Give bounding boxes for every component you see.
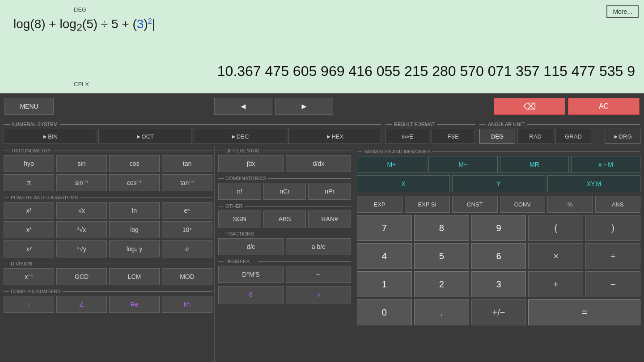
ln-button[interactable]: ln (109, 202, 160, 219)
9-button[interactable]: 9 (471, 215, 526, 241)
grad-button[interactable]: GRAD (555, 129, 591, 144)
sin-button[interactable]: sin (56, 155, 107, 172)
theta-button[interactable]: θ (218, 286, 284, 303)
tan-inv-button[interactable]: tan⁻¹ (162, 174, 212, 191)
x2-button[interactable]: x² (4, 202, 54, 219)
abdc-button[interactable]: a b/c (286, 238, 351, 255)
nfact-button[interactable]: n! (218, 183, 261, 200)
right-arrow-button[interactable]: ► (275, 98, 333, 115)
expression-display: log(8) + log2(5) ÷ 5 + (3)2| (13, 17, 155, 34)
cnst-button[interactable]: CNST (452, 196, 498, 213)
e-button[interactable]: e (162, 240, 212, 257)
7-button[interactable]: 7 (357, 215, 412, 241)
xe-button[interactable]: x⇔E (386, 129, 429, 144)
xy-button[interactable]: xʸ (4, 240, 54, 257)
result-display: 10.367 475 605 969 416 055 215 280 570 0… (217, 63, 635, 80)
npr-button[interactable]: nPr (308, 183, 351, 200)
xrty-button[interactable]: ˣ√y (56, 240, 107, 257)
exp-button[interactable]: EXP (357, 196, 402, 213)
bin-button[interactable]: ►BIN (4, 129, 96, 144)
abs-button[interactable]: ABS (263, 210, 306, 227)
div-button[interactable]: ÷ (585, 243, 640, 269)
right-panel: VARIABLES AND MEMORIES M+ M− MR x→M X Y … (353, 146, 644, 362)
fse-button[interactable]: FSE (432, 129, 475, 144)
pm-button[interactable]: +/− (471, 299, 526, 325)
dc-button[interactable]: d/c (218, 238, 284, 255)
x-button[interactable]: X (357, 175, 450, 192)
trigonometry-section: TRIGONOMETRY hyp sin cos tan π sin⁻¹ cos… (4, 148, 212, 191)
mr-button[interactable]: MR (500, 156, 569, 173)
tan-button[interactable]: tan (162, 155, 212, 172)
4-button[interactable]: 4 (357, 243, 412, 269)
division-header: DIVISION (4, 261, 212, 266)
drg-button[interactable]: ►DRG (605, 129, 640, 144)
main-area: TRIGONOMETRY hyp sin cos tan π sin⁻¹ cos… (0, 146, 644, 362)
numeral-system-header: NUMERAL SYSTEM (4, 122, 381, 127)
mul-button[interactable]: × (528, 243, 583, 269)
im-button[interactable]: Im (162, 296, 212, 313)
i-button[interactable]: i (4, 296, 54, 313)
dot-button[interactable]: . (414, 299, 469, 325)
ran-button[interactable]: RAN# (308, 210, 351, 227)
ac-button[interactable]: AC (568, 98, 640, 115)
dec-button[interactable]: ►DEC (194, 129, 286, 144)
xm-button[interactable]: x→M (571, 156, 640, 173)
re-button[interactable]: Re (109, 296, 160, 313)
combinatorics-section: COMBINATORICS n! nCr nPr (218, 176, 351, 200)
expsi-button[interactable]: EXP SI (405, 196, 450, 213)
lcm-button[interactable]: LCM (109, 268, 160, 285)
result-format-header: RESULT FORMAT (386, 122, 475, 127)
lparen-button[interactable]: ( (528, 215, 583, 241)
integral-button[interactable]: ∫dx (218, 155, 284, 172)
angle-button[interactable]: ∠ (56, 296, 107, 313)
eq-button[interactable]: = (528, 299, 640, 325)
gcd-button[interactable]: GCD (56, 268, 107, 285)
xym-button[interactable]: XY,M (547, 175, 640, 192)
hex-button[interactable]: ►HEX (288, 129, 381, 144)
back-button[interactable]: ← (286, 266, 351, 283)
sgn-button[interactable]: SGN (218, 210, 261, 227)
pi-button[interactable]: π (4, 174, 54, 191)
1-button[interactable]: 1 (357, 271, 412, 297)
sqrt-button[interactable]: √x (56, 202, 107, 219)
menu-button[interactable]: MENU (4, 98, 54, 115)
backspace-button[interactable]: ⌫ (494, 98, 565, 115)
rad-button[interactable]: RAD (517, 129, 553, 144)
combinatorics-header: COMBINATORICS (218, 176, 351, 181)
x3-button[interactable]: x³ (4, 221, 54, 238)
deg-button[interactable]: DEG (479, 129, 515, 144)
ncr-button[interactable]: nCr (263, 183, 306, 200)
sin-inv-button[interactable]: sin⁻¹ (56, 174, 107, 191)
mminus-button[interactable]: M− (428, 156, 498, 173)
hyp-button[interactable]: hyp (4, 155, 54, 172)
y-button[interactable]: Y (452, 175, 545, 192)
more-button[interactable]: More... (606, 5, 639, 18)
2-button[interactable]: 2 (414, 271, 469, 297)
conv-button[interactable]: CONV (500, 196, 546, 213)
left-arrow-button[interactable]: ◄ (214, 98, 272, 115)
mod-button[interactable]: MOD (162, 268, 212, 285)
0-button[interactable]: 0 (357, 299, 412, 325)
logxy-button[interactable]: logₓ y (109, 240, 160, 257)
3-button[interactable]: 3 (471, 271, 526, 297)
10x-button[interactable]: 10ˣ (162, 221, 212, 238)
cos-button[interactable]: cos (109, 155, 160, 172)
ex-button[interactable]: eˣ (162, 202, 212, 219)
5-button[interactable]: 5 (414, 243, 469, 269)
diff-button[interactable]: d/dx (286, 155, 351, 172)
minus-button[interactable]: − (585, 271, 640, 297)
dms-button[interactable]: D°M′S (218, 266, 284, 283)
log-button[interactable]: log (109, 221, 160, 238)
6-button[interactable]: 6 (471, 243, 526, 269)
ans-button[interactable]: ANS (595, 196, 641, 213)
pct-button[interactable]: % (547, 196, 593, 213)
cbrt-button[interactable]: ³√x (56, 221, 107, 238)
plus-button[interactable]: + (528, 271, 583, 297)
cos-inv-button[interactable]: cos⁻¹ (109, 174, 160, 191)
oct-button[interactable]: ►OCT (98, 129, 191, 144)
xinv-button[interactable]: x⁻¹ (4, 268, 54, 285)
8-button[interactable]: 8 (414, 215, 469, 241)
mplus-button[interactable]: M+ (357, 156, 426, 173)
rparen-button[interactable]: ) (585, 215, 640, 241)
zbar-button[interactable]: z̄ (286, 286, 351, 303)
